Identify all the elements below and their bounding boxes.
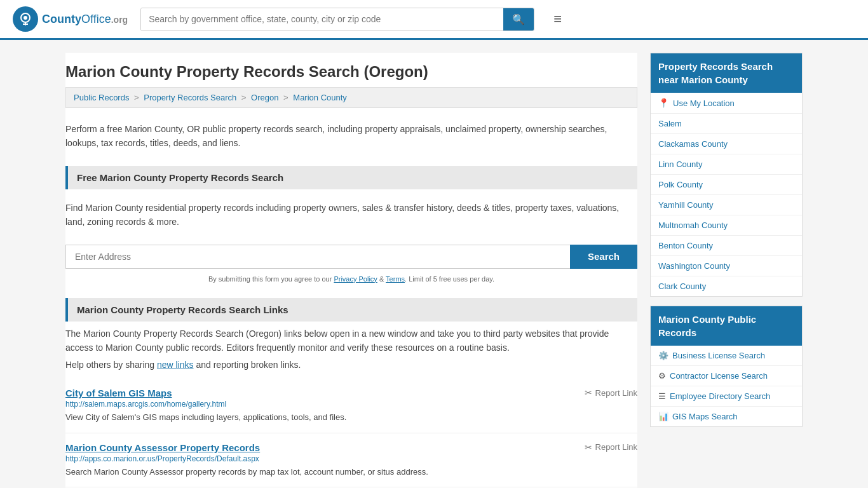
report-label: Report Link [595,442,637,452]
search-button[interactable]: Search [570,245,637,269]
address-search-form: Search [65,245,637,269]
link-card: Marion County Assessor Property Records … [65,433,637,488]
sidebar-item-linn[interactable]: Linn County [651,154,802,175]
gear-icon: ⚙️ [658,351,668,360]
hamburger-menu[interactable]: ≡ [553,11,562,27]
public-records-header: Marion County Public Records [651,306,802,346]
clackamas-link[interactable]: Clackamas County [658,139,728,149]
sidebar-gis-maps[interactable]: 📊 GIS Maps Search [651,407,802,426]
free-search-header: Free Marion County Property Records Sear… [65,166,637,189]
breadcrumb-oregon[interactable]: Oregon [251,93,278,102]
link-city-salem-gis[interactable]: City of Salem GIS Maps [65,388,172,398]
help-text: Help others by sharing new links and rep… [65,360,637,370]
breadcrumb-public-records[interactable]: Public Records [74,93,129,102]
address-input[interactable] [65,245,570,269]
sidebar-item-yamhill[interactable]: Yamhill County [651,195,802,215]
svg-point-1 [24,16,27,20]
content-area: Marion County Property Records Search (O… [65,53,637,488]
sidebar-business-license[interactable]: ⚙️ Business License Search [651,346,802,366]
report-label: Report Link [595,388,637,398]
form-notice: By submitting this form you agree to our… [65,273,637,289]
use-my-location[interactable]: 📍 Use My Location [651,93,802,114]
links-description: The Marion County Property Records Searc… [65,327,637,355]
sidebar-item-clackamas[interactable]: Clackamas County [651,134,802,154]
yamhill-link[interactable]: Yamhill County [658,200,713,210]
nearby-header: Property Records Search near Marion Coun… [651,53,802,93]
gear-icon: ⚙ [658,371,666,381]
breadcrumb-marion-county[interactable]: Marion County [293,93,347,102]
sidebar-item-salem[interactable]: Salem [651,114,802,134]
sidebar-item-clark[interactable]: Clark County [651,276,802,296]
logo[interactable]: CountyOffice.org [13,6,128,32]
nearby-box: Property Records Search near Marion Coun… [650,53,803,297]
polk-link[interactable]: Polk County [658,180,703,189]
chart-icon: 📊 [658,412,668,421]
header-search-button[interactable]: 🔍 [503,8,534,30]
header-search-input[interactable] [141,8,503,30]
sidebar-item-multnomah[interactable]: Multnomah County [651,215,802,236]
link-marion-assessor[interactable]: Marion County Assessor Property Records [65,442,260,453]
page-title: Marion County Property Records Search (O… [65,53,637,87]
link-card-title: City of Salem GIS Maps [65,388,172,398]
main-layout: Marion County Property Records Search (O… [53,40,815,488]
report-icon: ✂ [585,388,592,398]
header-search-bar: 🔍 [140,8,534,31]
terms-link[interactable]: Terms [386,275,405,283]
sidebar-item-benton[interactable]: Benton County [651,236,802,256]
public-records-box: Marion County Public Records ⚙️ Business… [650,306,803,427]
sidebar-item-polk[interactable]: Polk County [651,175,802,195]
page-description: Perform a free Marion County, OR public … [65,116,637,157]
new-links-link[interactable]: new links [157,360,194,370]
logo-text: CountyOffice.org [42,13,128,26]
clark-link[interactable]: Clark County [658,281,706,291]
multnomah-link[interactable]: Multnomah County [658,220,728,230]
use-my-location-link[interactable]: Use My Location [673,98,735,108]
employee-directory-link[interactable]: Employee Directory Search [670,391,770,401]
gis-maps-link[interactable]: GIS Maps Search [672,412,738,421]
linn-link[interactable]: Linn County [658,159,702,169]
breadcrumb-property-records[interactable]: Property Records Search [144,93,236,102]
privacy-policy-link[interactable]: Privacy Policy [334,275,377,283]
report-link-button[interactable]: ✂ Report Link [585,442,637,452]
link-url: http://salem.maps.arcgis.com/home/galler… [65,400,637,409]
sidebar-contractor-license[interactable]: ⚙ Contractor License Search [651,366,802,386]
sidebar: Property Records Search near Marion Coun… [650,53,803,488]
link-url: http://apps.co.marion.or.us/PropertyReco… [65,454,637,463]
washington-link[interactable]: Washington County [658,261,730,271]
sidebar-item-washington[interactable]: Washington County [651,256,802,276]
link-desc: Search Marion County Assessor property r… [65,466,637,478]
list-icon: ☰ [658,391,666,401]
links-section-header: Marion County Property Records Search Li… [65,298,637,322]
report-link-button[interactable]: ✂ Report Link [585,388,637,398]
header: CountyOffice.org 🔍 ≡ [0,0,868,40]
benton-link[interactable]: Benton County [658,241,713,250]
free-search-desc: Find Marion County residential property … [65,194,637,236]
logo-icon [13,6,38,32]
link-card: City of Salem GIS Maps ✂ Report Link htt… [65,379,637,433]
link-desc: View City of Salem's GIS maps including … [65,411,637,424]
link-card-title: Marion County Assessor Property Records [65,442,260,453]
business-license-link[interactable]: Business License Search [672,351,765,360]
breadcrumb: Public Records > Property Records Search… [65,87,637,108]
salem-link[interactable]: Salem [658,119,682,128]
search-icon: 🔍 [512,14,525,25]
report-icon: ✂ [585,442,592,452]
location-pin-icon: 📍 [658,98,669,108]
sidebar-employee-directory[interactable]: ☰ Employee Directory Search [651,386,802,407]
contractor-license-link[interactable]: Contractor License Search [670,371,768,381]
